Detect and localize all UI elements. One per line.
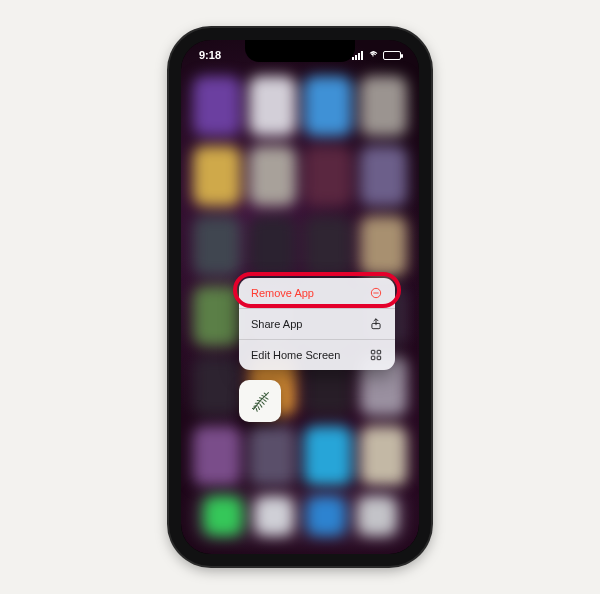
iphone-frame: 9:18 Remove App [169,28,431,566]
blurred-app-icon [360,146,408,206]
blurred-app-icon [249,76,297,136]
blurred-dock-icon [203,496,243,536]
app-context-menu-container: Remove App Share App Edit Home Screen [239,278,395,422]
blurred-app-icon [193,146,241,206]
status-time: 9:18 [199,49,221,61]
blurred-app-icon [193,216,241,276]
menu-item-edit-home-screen[interactable]: Edit Home Screen [239,339,395,370]
blurred-dock-icon [306,496,346,536]
blurred-app-icon [193,356,241,416]
blurred-app-icon [249,146,297,206]
fern-icon [245,386,275,416]
menu-item-label: Share App [251,318,302,330]
context-menu: Remove App Share App Edit Home Screen [239,278,395,370]
menu-item-label: Remove App [251,287,314,299]
blurred-app-icon [304,76,352,136]
menu-item-label: Edit Home Screen [251,349,340,361]
remove-icon [369,286,383,300]
blurred-app-icon [360,216,408,276]
blurred-app-icon [193,286,241,346]
blurred-app-icon [304,146,352,206]
screen: 9:18 Remove App [181,40,419,554]
svg-rect-6 [377,356,381,360]
blurred-dock-icon [254,496,294,536]
blurred-app-icon [304,426,352,486]
edit-layout-icon [369,348,383,362]
blurred-app-icon [304,216,352,276]
blurred-app-icon [193,426,241,486]
notch [245,40,355,62]
svg-rect-3 [371,350,375,354]
svg-rect-5 [371,356,375,360]
blurred-app-icon [193,76,241,136]
wifi-icon [367,49,379,61]
battery-icon [383,51,401,60]
selected-app-icon[interactable] [239,380,281,422]
blurred-dock-icon [357,496,397,536]
status-right [352,49,401,61]
blurred-app-icon [360,76,408,136]
dock-blurred [191,488,409,544]
svg-rect-4 [377,350,381,354]
blurred-app-icon [249,426,297,486]
menu-item-remove-app[interactable]: Remove App [239,278,395,308]
menu-item-share-app[interactable]: Share App [239,308,395,339]
share-icon [369,317,383,331]
blurred-app-icon [360,426,408,486]
blurred-app-icon [249,216,297,276]
